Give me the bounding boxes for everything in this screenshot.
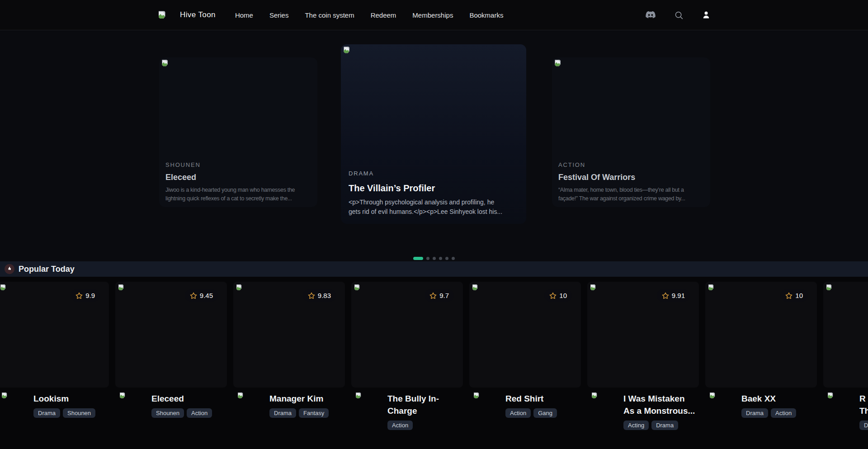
broken-image-icon bbox=[590, 284, 596, 291]
series-info: I Was Mistaken As a Monstrous... Acting … bbox=[623, 391, 696, 430]
broken-image-icon bbox=[554, 59, 561, 67]
account-button[interactable] bbox=[702, 10, 711, 19]
genre-chips: D bbox=[859, 421, 868, 430]
user-icon bbox=[702, 10, 711, 19]
hero-slide-text: SHOUNEN Eleceed Jiwoo is a kind-hearted … bbox=[159, 161, 317, 207]
top-nav: Hive Toon Home Series The coin system Re… bbox=[0, 0, 868, 30]
genre-chip[interactable]: Shounen bbox=[63, 408, 95, 418]
series-card-baek-xx[interactable]: 10 Baek XX Drama Action bbox=[705, 282, 817, 430]
series-card-the-bully-in-charge[interactable]: 9.7 The Bully In-Charge Action bbox=[351, 282, 463, 430]
genre-chip[interactable]: Action bbox=[387, 421, 413, 430]
series-card-i-was-mistaken[interactable]: 9.91 I Was Mistaken As a Monstrous... Ac… bbox=[587, 282, 699, 430]
hero-title: Eleceed bbox=[165, 172, 312, 182]
series-thumb bbox=[827, 391, 859, 424]
nav-item-bookmarks[interactable]: Bookmarks bbox=[469, 11, 503, 19]
popular-today-header: Popular Today bbox=[0, 261, 868, 277]
genre-chip[interactable]: Drama bbox=[741, 408, 768, 418]
series-info: Manager Kim Drama Fantasy bbox=[269, 391, 342, 424]
series-card-clipped[interactable]: R Th D bbox=[823, 282, 868, 430]
carousel-dot[interactable] bbox=[445, 257, 448, 260]
genre-chip[interactable]: Gang bbox=[533, 408, 557, 418]
hero-slide-active[interactable]: DRAMA The Villain’s Profiler <p>Through … bbox=[341, 44, 526, 224]
genre-chips: Shounen Action bbox=[151, 408, 224, 418]
rating-badge: 10 bbox=[780, 289, 808, 302]
series-card-body: Red Shirt Action Gang bbox=[469, 391, 581, 424]
series-card-red-shirt[interactable]: 10 Red Shirt Action Gang bbox=[469, 282, 581, 430]
series-cover[interactable]: 9.9 bbox=[0, 282, 109, 388]
rating-value: 9.45 bbox=[200, 292, 213, 299]
series-cover[interactable]: 9.83 bbox=[233, 282, 345, 388]
rating-badge: 9.91 bbox=[657, 289, 690, 302]
broken-image-icon bbox=[709, 392, 716, 399]
broken-image-icon bbox=[827, 392, 834, 399]
hero-slide-right[interactable]: ACTION Festival Of Warriors “Alma mater,… bbox=[552, 57, 710, 207]
rating-badge: 9.45 bbox=[185, 289, 218, 302]
genre-chip[interactable]: Drama bbox=[651, 421, 678, 430]
series-cover[interactable]: 9.45 bbox=[115, 282, 227, 388]
hero-carousel: SHOUNEN Eleceed Jiwoo is a kind-hearted … bbox=[0, 30, 868, 261]
genre-chip[interactable]: Action bbox=[505, 408, 531, 418]
series-cover[interactable]: 9.91 bbox=[587, 282, 699, 388]
nav-item-home[interactable]: Home bbox=[235, 11, 253, 19]
hero-slide-left[interactable]: SHOUNEN Eleceed Jiwoo is a kind-hearted … bbox=[159, 57, 317, 207]
star-icon bbox=[190, 292, 197, 299]
carousel-dot[interactable] bbox=[452, 257, 455, 260]
popular-cards-row: 9.9 Lookism Drama Shounen 9.45 bbox=[0, 282, 868, 430]
nav-item-series[interactable]: Series bbox=[269, 11, 289, 19]
carousel-dot[interactable] bbox=[433, 257, 436, 260]
nav-item-coin-system[interactable]: The coin system bbox=[305, 11, 354, 19]
genre-chip[interactable]: Action bbox=[187, 408, 212, 418]
carousel-dot[interactable] bbox=[426, 257, 429, 260]
series-cover[interactable]: 10 bbox=[705, 282, 817, 388]
series-thumb bbox=[709, 391, 741, 424]
hero-description: Jiwoo is a kind-hearted young man who ha… bbox=[165, 186, 312, 203]
series-card-body: R Th D bbox=[823, 391, 868, 430]
series-card-body: Eleceed Shounen Action bbox=[115, 391, 227, 424]
series-card-manager-kim[interactable]: 9.83 Manager Kim Drama Fantasy bbox=[233, 282, 345, 430]
series-thumb bbox=[355, 391, 387, 424]
series-cover[interactable]: 10 bbox=[469, 282, 581, 388]
nav-item-redeem[interactable]: Redeem bbox=[371, 11, 396, 19]
genre-chips: Drama Action bbox=[741, 408, 814, 418]
carousel-dot[interactable] bbox=[439, 257, 442, 260]
discord-button[interactable] bbox=[645, 9, 656, 20]
rating-value: 9.83 bbox=[318, 292, 331, 299]
series-card-lookism[interactable]: 9.9 Lookism Drama Shounen bbox=[0, 282, 109, 430]
brand-logo[interactable]: Hive Toon bbox=[157, 10, 216, 19]
series-info: Lookism Drama Shounen bbox=[33, 391, 106, 424]
rating-badge: 9.7 bbox=[425, 289, 454, 302]
series-card-body: The Bully In-Charge Action bbox=[351, 391, 463, 430]
hero-category: ACTION bbox=[558, 161, 705, 168]
series-thumb bbox=[237, 391, 269, 424]
genre-chip[interactable]: Action bbox=[771, 408, 796, 418]
nav-item-memberships[interactable]: Memberships bbox=[412, 11, 453, 19]
genre-chip[interactable]: D bbox=[859, 421, 868, 430]
broken-image-icon bbox=[157, 10, 166, 19]
genre-chip[interactable]: Drama bbox=[33, 408, 60, 418]
series-card-eleceed[interactable]: 9.45 Eleceed Shounen Action bbox=[115, 282, 227, 430]
search-button[interactable] bbox=[674, 10, 684, 20]
genre-chips: Drama Fantasy bbox=[269, 408, 342, 418]
series-info: R Th D bbox=[859, 391, 868, 430]
series-title: R Th bbox=[859, 392, 868, 417]
series-cover[interactable]: 9.7 bbox=[351, 282, 463, 388]
rating-value: 10 bbox=[795, 292, 803, 299]
series-card-body: Lookism Drama Shounen bbox=[0, 391, 109, 424]
nav-icons bbox=[645, 9, 711, 20]
series-cover[interactable] bbox=[823, 282, 868, 388]
hero-description: “Alma mater, home town, blood ties—they’… bbox=[558, 186, 705, 203]
carousel-dot-active[interactable] bbox=[413, 257, 423, 260]
genre-chip[interactable]: Drama bbox=[269, 408, 296, 418]
genre-chip[interactable]: Shounen bbox=[151, 408, 184, 418]
series-thumb bbox=[119, 391, 151, 424]
series-title: The Bully In-Charge bbox=[387, 392, 460, 417]
series-title: Manager Kim bbox=[269, 392, 342, 405]
broken-image-icon bbox=[826, 284, 832, 291]
nav-menu: Home Series The coin system Redeem Membe… bbox=[235, 11, 504, 19]
genre-chip[interactable]: Acting bbox=[623, 421, 649, 430]
broken-image-icon bbox=[237, 392, 244, 399]
search-icon bbox=[674, 10, 684, 20]
series-info: Eleceed Shounen Action bbox=[151, 391, 224, 424]
genre-chips: Action bbox=[387, 421, 460, 430]
genre-chip[interactable]: Fantasy bbox=[299, 408, 329, 418]
